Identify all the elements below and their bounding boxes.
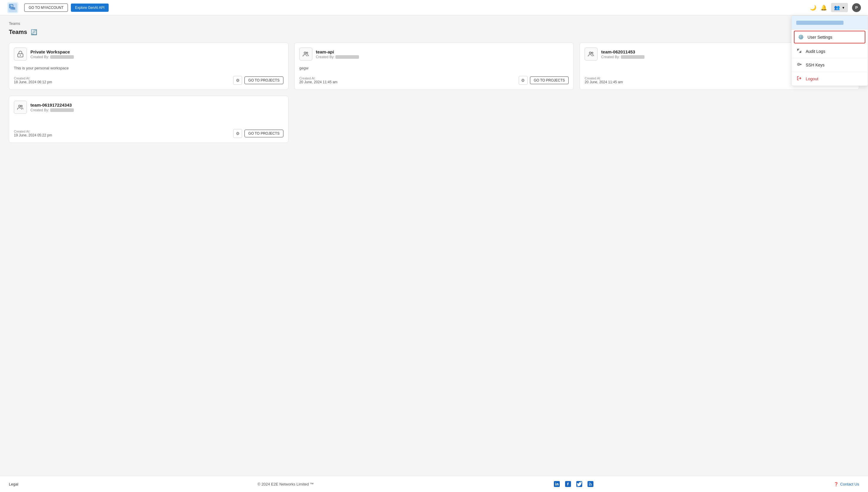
- svg-point-14: [19, 105, 20, 107]
- svg-point-12: [589, 52, 591, 54]
- footer-social: [553, 480, 594, 488]
- created-at-value: 19 June, 2024 05:22 pm: [14, 133, 52, 137]
- page-title-row: Teams 🔄: [9, 29, 859, 35]
- team-card-header: team-api Created By:: [299, 48, 569, 60]
- audit-logs-label: Audit Logs: [806, 49, 825, 54]
- refresh-icon[interactable]: 🔄: [31, 29, 37, 35]
- team-icon-group: [585, 48, 597, 60]
- user-settings-label: User Settings: [808, 35, 832, 40]
- created-at-info: Created At: 20 June, 2024 11:45 am: [585, 76, 623, 84]
- footer-actions: ⚙ GO TO PROJECTS: [233, 76, 283, 85]
- logout-icon: [796, 76, 802, 82]
- team-description: This is your personal workspace: [14, 64, 283, 72]
- created-at-info: Created At: 18 June, 2024 06:12 pm: [14, 76, 52, 84]
- dark-mode-icon[interactable]: 🌙: [810, 4, 816, 11]
- team-card-footer: Created At: 20 June, 2024 11:45 am ⚙ GO …: [299, 76, 569, 85]
- contact-us-label: Contact Us: [840, 482, 859, 486]
- page-title: Teams: [9, 29, 27, 35]
- created-at-label: Created At:: [14, 130, 52, 133]
- team-created-by: Created By:: [601, 55, 644, 59]
- header-right: 🌙 🔔 👥 ▼ P: [810, 3, 861, 12]
- svg-point-10: [304, 52, 306, 54]
- dropdown-user-row: [792, 16, 868, 29]
- team-icon-lock: [14, 48, 27, 60]
- footer-actions: ⚙ GO TO PROJECTS: [519, 76, 569, 85]
- audit-logs-icon: [796, 48, 802, 54]
- go-to-projects-button[interactable]: GO TO PROJECTS: [245, 76, 283, 84]
- footer-actions: ⚙ GO TO PROJECTS: [233, 129, 283, 138]
- question-circle-icon: ❓: [834, 482, 839, 486]
- dropdown-item-audit-logs[interactable]: Audit Logs: [792, 45, 868, 58]
- team-icon-group: [14, 101, 27, 114]
- go-to-projects-button[interactable]: GO TO PROJECTS: [530, 76, 569, 84]
- twitter-icon[interactable]: [576, 480, 583, 488]
- ssh-keys-icon: [796, 62, 802, 68]
- team-name: team-062011453: [601, 49, 644, 54]
- svg-point-20: [589, 485, 590, 486]
- created-at-info: Created At: 20 June, 2024 11:45 am: [299, 76, 337, 84]
- created-at-label: Created At:: [299, 76, 337, 80]
- created-at-value: 18 June, 2024 06:12 pm: [14, 80, 52, 84]
- team-settings-button[interactable]: ⚙: [519, 76, 528, 85]
- team-card-header: team-061917224343 Created By:: [14, 101, 283, 114]
- tir-logo-icon: TIR: [7, 2, 18, 13]
- main-content: Teams Teams 🔄 Private Workspace Created …: [0, 15, 868, 476]
- team-card-footer: Created At: 18 June, 2024 06:12 pm ⚙ GO …: [14, 76, 283, 85]
- team-created-by: Created By:: [30, 55, 74, 59]
- footer-copyright: © 2024 E2E Networks Limited ™: [257, 482, 313, 486]
- svg-point-15: [21, 105, 22, 107]
- go-to-myaccount-button[interactable]: GO TO MYACCOUNT: [24, 3, 68, 12]
- created-at-value: 20 June, 2024 11:45 am: [299, 80, 337, 84]
- svg-point-9: [20, 55, 21, 56]
- header-buttons: GO TO MYACCOUNT Explore GenAI API: [24, 3, 810, 12]
- created-at-value: 20 June, 2024 11:45 am: [585, 80, 623, 84]
- legal-link[interactable]: Legal: [9, 482, 18, 486]
- team-settings-button[interactable]: ⚙: [233, 76, 242, 85]
- team-icon-group: [299, 48, 312, 60]
- team-name: team-061917224343: [30, 102, 74, 107]
- teams-grid: Private Workspace Created By: This is yo…: [9, 43, 859, 143]
- team-created-by: Created By:: [30, 108, 74, 112]
- dropdown-item-user-settings[interactable]: ⚙️ User Settings: [794, 31, 865, 43]
- ssh-keys-label: SSH Keys: [806, 63, 825, 67]
- dropdown-user-email: [796, 21, 843, 25]
- team-name: team-api: [316, 49, 359, 54]
- team-card-footer: Created At: 19 June, 2024 05:22 pm ⚙ GO …: [14, 129, 283, 138]
- notifications-icon[interactable]: 🔔: [820, 4, 827, 11]
- team-card-team-api: team-api Created By: gegw Created At: 20…: [295, 43, 574, 90]
- svg-point-7: [798, 64, 799, 65]
- svg-text:TIR: TIR: [10, 7, 15, 10]
- facebook-icon[interactable]: [564, 480, 572, 488]
- team-description: [14, 117, 283, 125]
- explore-genai-button[interactable]: Explore GenAI API: [71, 3, 109, 12]
- account-menu-button[interactable]: 👥 ▼: [831, 3, 848, 12]
- team-info: team-062011453 Created By:: [601, 49, 644, 59]
- contact-us-link[interactable]: ❓ Contact Us: [834, 482, 859, 486]
- logo-area: TIR: [7, 2, 18, 13]
- dropdown-item-ssh-keys[interactable]: SSH Keys: [792, 58, 868, 72]
- team-created-by: Created By:: [316, 55, 359, 59]
- svg-point-11: [306, 52, 308, 54]
- go-to-projects-button[interactable]: GO TO PROJECTS: [245, 130, 283, 137]
- account-dropdown-menu: ⚙️ User Settings Audit Logs: [791, 15, 868, 86]
- team-info: Private Workspace Created By:: [30, 49, 74, 59]
- breadcrumb: Teams: [9, 21, 859, 26]
- team-settings-button[interactable]: ⚙: [233, 129, 242, 138]
- team-info: team-061917224343 Created By:: [30, 102, 74, 112]
- team-description: gegw: [299, 64, 569, 72]
- linkedin-icon[interactable]: [553, 480, 561, 488]
- gear-icon: ⚙️: [798, 34, 804, 40]
- team-card-private-workspace: Private Workspace Created By: This is yo…: [9, 43, 288, 90]
- chevron-down-icon: ▼: [842, 6, 845, 9]
- avatar[interactable]: P: [852, 3, 861, 12]
- team-card-header: Private Workspace Created By:: [14, 48, 283, 60]
- footer: Legal © 2024 E2E Networks Limited ™: [0, 476, 868, 492]
- team-info: team-api Created By:: [316, 49, 359, 59]
- dropdown-item-logout[interactable]: Logout: [792, 72, 868, 85]
- created-at-label: Created At:: [14, 76, 52, 80]
- created-at-label: Created At:: [585, 76, 623, 80]
- team-card-team-061917224343: team-061917224343 Created By: Created At…: [9, 96, 288, 143]
- header: TIR GO TO MYACCOUNT Explore GenAI API 🌙 …: [0, 0, 868, 15]
- rss-icon[interactable]: [587, 480, 594, 488]
- svg-rect-19: [588, 481, 593, 487]
